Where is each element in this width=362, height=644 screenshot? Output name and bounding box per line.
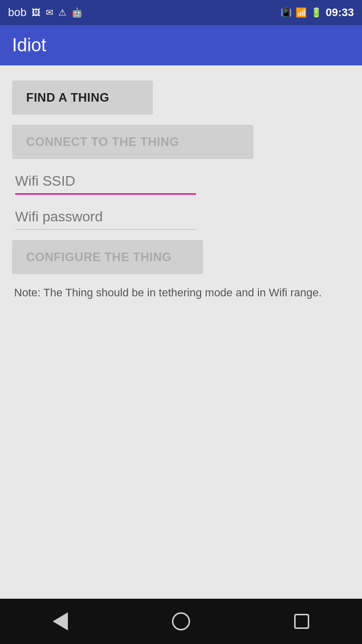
nav-home-button[interactable] [161, 606, 201, 636]
wifi-ssid-group [12, 169, 350, 195]
android-icon: 🤖 [71, 7, 82, 18]
connect-to-the-thing-button[interactable]: CONNECT TO THE THING [12, 125, 253, 159]
battery-icon: 🔋 [311, 7, 322, 18]
home-icon [172, 612, 190, 630]
find-a-thing-button-wrapper: FIND A THING [12, 80, 350, 115]
image-icon: 🖼 [32, 8, 41, 18]
back-icon [53, 612, 68, 630]
configure-the-thing-button[interactable]: CONFIGURE THE THING [12, 240, 203, 274]
note-text: Note: The Thing should be in tethering m… [12, 284, 350, 301]
configure-button-wrapper: CONFIGURE THE THING [12, 240, 350, 274]
connect-button-wrapper: CONNECT TO THE THING [12, 125, 350, 159]
email-icon: ✉ [46, 7, 53, 18]
status-bar: bob 🖼 ✉ ⚠ 🤖 📳 📶 🔋 09:33 [0, 0, 362, 25]
status-username: bob [8, 6, 27, 19]
signal-icon: 📶 [296, 7, 307, 18]
nav-back-button[interactable] [40, 606, 80, 636]
main-content: FIND A THING CONNECT TO THE THING CONFIG… [0, 65, 362, 599]
vibrate-icon: 📳 [281, 7, 292, 18]
find-a-thing-button[interactable]: FIND A THING [12, 80, 153, 115]
recents-icon [294, 614, 309, 629]
wifi-password-group [12, 205, 350, 230]
wifi-password-input[interactable] [15, 205, 196, 230]
app-title: Idiot [12, 35, 46, 56]
status-time: 09:33 [326, 6, 354, 19]
nav-recents-button[interactable] [282, 606, 322, 636]
wifi-ssid-input[interactable] [15, 169, 196, 195]
app-bar: Idiot [0, 25, 362, 65]
status-right: 📳 📶 🔋 09:33 [281, 6, 354, 19]
status-left: bob 🖼 ✉ ⚠ 🤖 [8, 6, 82, 19]
warning-icon: ⚠ [58, 7, 66, 18]
nav-bar [0, 599, 362, 644]
